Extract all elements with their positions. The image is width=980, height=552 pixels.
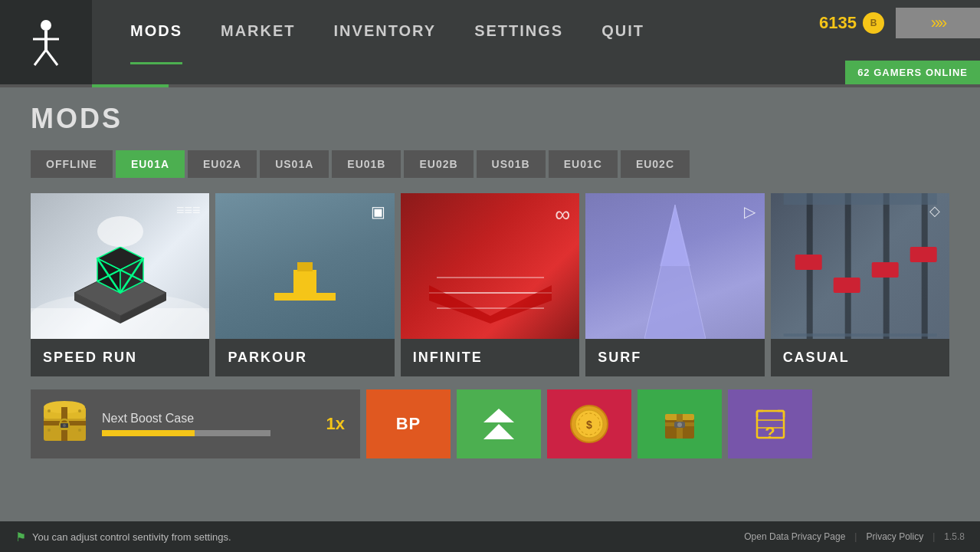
case-name: Next Boost Case bbox=[102, 412, 314, 426]
card-surf-bg: ▷ bbox=[585, 193, 764, 339]
top-nav: MODS MARKET INVENTORY SETTINGS QUIT 6135… bbox=[0, 0, 980, 84]
main-nav: MODS MARKET INVENTORY SETTINGS QUIT bbox=[130, 22, 819, 63]
tab-us01b[interactable]: US01B bbox=[477, 150, 546, 178]
svg-rect-32 bbox=[910, 247, 936, 262]
tab-us01a[interactable]: US01A bbox=[260, 150, 329, 178]
action-crate[interactable] bbox=[637, 389, 722, 458]
card-casual-bg: ◇ bbox=[771, 193, 949, 339]
case-icon-box bbox=[40, 399, 90, 449]
mystery-icon: ? bbox=[749, 403, 792, 445]
svg-rect-31 bbox=[871, 262, 898, 278]
bottom-bar: Next Boost Case 1x BP bbox=[31, 389, 949, 458]
game-cards: ≡≡≡ bbox=[31, 193, 949, 377]
infinite-label: INFINITE bbox=[401, 339, 579, 376]
privacy-policy-link[interactable]: Privacy Policy bbox=[866, 531, 923, 542]
svg-rect-16 bbox=[274, 293, 336, 301]
card-speedrun-bg: ≡≡≡ bbox=[31, 193, 209, 339]
currency-amount: 6135 bbox=[819, 13, 857, 33]
svg-line-3 bbox=[34, 50, 46, 65]
tab-eu02c[interactable]: EU02C bbox=[621, 150, 690, 178]
player-icon bbox=[25, 18, 67, 67]
version-label: 1.5.8 bbox=[944, 531, 965, 542]
svg-rect-18 bbox=[297, 262, 313, 271]
tab-eu01a[interactable]: EU01A bbox=[116, 150, 185, 178]
nav-right: 6135 B »» 62 GAMERS ONLINE bbox=[819, 0, 980, 38]
status-sep-2: | bbox=[932, 531, 935, 542]
currency-box: 6135 B bbox=[819, 12, 884, 34]
card-infinite[interactable]: ∞ INFINITE bbox=[401, 193, 579, 377]
status-bar: ⚑ You can adjust control sentivity from … bbox=[0, 521, 980, 552]
svg-marker-48 bbox=[483, 409, 514, 422]
tab-eu01b[interactable]: EU01B bbox=[332, 150, 401, 178]
nav-settings[interactable]: SETTINGS bbox=[474, 22, 563, 63]
parkour-shape-svg bbox=[259, 239, 351, 331]
svg-point-45 bbox=[78, 429, 81, 432]
svg-marker-49 bbox=[483, 424, 514, 439]
svg-rect-28 bbox=[921, 193, 927, 339]
parkour-label: PARKOUR bbox=[215, 339, 394, 376]
nav-market[interactable]: MARKET bbox=[221, 22, 296, 63]
surf-label: SURF bbox=[585, 339, 764, 376]
action-up[interactable] bbox=[457, 389, 541, 458]
nav-quit[interactable]: QUIT bbox=[601, 22, 644, 63]
action-mystery[interactable]: ? bbox=[728, 389, 812, 458]
page-title: MODS bbox=[31, 103, 949, 135]
svg-rect-26 bbox=[844, 193, 851, 339]
logo-figure bbox=[23, 15, 69, 69]
svg-rect-17 bbox=[293, 270, 316, 293]
svg-rect-29 bbox=[795, 255, 821, 270]
infinite-lines bbox=[429, 262, 552, 324]
coin-icon: B bbox=[863, 12, 884, 34]
online-badge: 62 GAMERS ONLINE bbox=[845, 61, 980, 84]
svg-rect-30 bbox=[833, 278, 860, 293]
status-message: You can adjust control sentivity from se… bbox=[32, 531, 231, 543]
logo-box bbox=[0, 0, 92, 84]
svg-point-59 bbox=[677, 422, 682, 427]
nav-mods[interactable]: MODS bbox=[130, 22, 182, 63]
privacy-page-link[interactable]: Open Data Privacy Page bbox=[744, 531, 845, 542]
svg-point-15 bbox=[97, 216, 143, 247]
svg-text:?: ? bbox=[765, 423, 775, 442]
case-count: 1x bbox=[326, 414, 351, 434]
tab-eu01c[interactable]: EU01C bbox=[549, 150, 618, 178]
speedrun-label: SPEED RUN bbox=[31, 339, 209, 376]
svg-point-43 bbox=[78, 409, 81, 412]
svg-point-44 bbox=[48, 429, 51, 432]
status-icon: ⚑ bbox=[15, 530, 26, 544]
svg-point-42 bbox=[48, 409, 51, 412]
tab-eu02a[interactable]: EU02A bbox=[188, 150, 257, 178]
cube-svg bbox=[59, 216, 182, 324]
card-casual[interactable]: ◇ CASUAL bbox=[771, 193, 949, 377]
card-infinite-bg: ∞ bbox=[401, 193, 579, 339]
action-coin[interactable]: $ bbox=[547, 389, 631, 458]
server-tabs: OFFLINE EU01A EU02A US01A EU01B EU02B US… bbox=[31, 150, 949, 178]
nav-inventory[interactable]: INVENTORY bbox=[334, 22, 437, 63]
card-parkour-bg: ▣ bbox=[215, 193, 394, 339]
card-surf[interactable]: ▷ SURF bbox=[585, 193, 764, 377]
casual-label: CASUAL bbox=[771, 339, 949, 376]
svg-marker-22 bbox=[429, 285, 552, 324]
case-progress-fill bbox=[102, 430, 195, 436]
svg-marker-24 bbox=[660, 205, 690, 266]
svg-text:$: $ bbox=[586, 419, 592, 431]
up-arrows-icon bbox=[480, 407, 518, 442]
case-progress-bar bbox=[102, 430, 270, 436]
surf-svg bbox=[644, 205, 706, 339]
svg-line-4 bbox=[46, 50, 57, 65]
surf-icon: ▷ bbox=[744, 202, 755, 221]
card-parkour[interactable]: ▣ PARKOUR bbox=[215, 193, 394, 377]
tab-eu02b[interactable]: EU02B bbox=[404, 150, 473, 178]
infinite-icon: ∞ bbox=[555, 202, 570, 227]
action-bp[interactable]: BP bbox=[366, 389, 451, 458]
parkour-icon: ▣ bbox=[371, 202, 385, 221]
casual-svg bbox=[771, 193, 949, 339]
nav-underline bbox=[0, 84, 980, 87]
crate-icon bbox=[659, 403, 701, 445]
chest-svg bbox=[40, 399, 90, 445]
card-speedrun[interactable]: ≡≡≡ bbox=[31, 193, 209, 377]
svg-rect-33 bbox=[783, 193, 936, 205]
tab-offline[interactable]: OFFLINE bbox=[31, 150, 113, 178]
main-content: MODS OFFLINE EU01A EU02A US01A EU01B EU0… bbox=[0, 87, 980, 474]
boost-case: Next Boost Case 1x bbox=[31, 389, 360, 458]
status-right: Open Data Privacy Page | Privacy Policy … bbox=[744, 531, 965, 542]
